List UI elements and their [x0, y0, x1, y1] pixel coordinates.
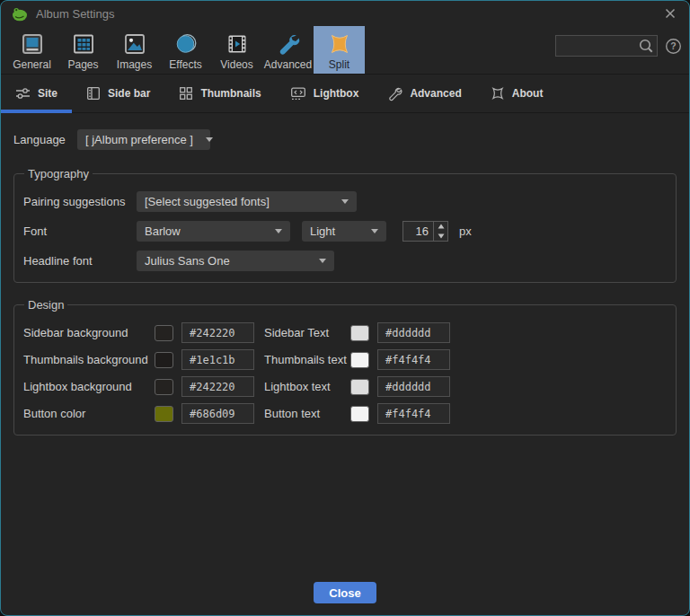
pairing-label: Pairing suggestions: [23, 195, 137, 208]
lightbox-background-label: Lightbox background: [23, 380, 155, 393]
font-weight-dropdown[interactable]: Light: [302, 221, 386, 242]
thumbnails-grid-icon: [179, 86, 193, 101]
images-icon: [122, 31, 147, 57]
sidebar-background-label: Sidebar background: [23, 326, 155, 339]
close-button[interactable]: Close: [314, 582, 376, 603]
toolbar-item-pages[interactable]: Pages: [58, 26, 109, 74]
search-box[interactable]: [555, 35, 658, 57]
design-row-button: Button color #686d09 Button text #f4f4f4: [23, 403, 667, 424]
dialog-footer: Close: [1, 582, 689, 603]
font-family-value: Barlow: [145, 224, 181, 238]
skin-tabbar: Site Side bar: [1, 75, 689, 113]
font-size-unit: px: [459, 224, 472, 238]
sliders-icon: [15, 86, 31, 101]
design-row-lightbox: Lightbox background #242220 Lightbox tex…: [23, 376, 667, 397]
skin-leather-icon: [327, 31, 352, 57]
toolbar-item-images[interactable]: Images: [109, 26, 160, 74]
lightbox-background-swatch[interactable]: [155, 379, 173, 395]
lightbox-background-hex[interactable]: #242220: [181, 376, 254, 397]
button-color-label: Button color: [23, 407, 155, 420]
help-icon[interactable]: ?: [665, 38, 682, 55]
toolbar-item-advanced[interactable]: Advanced: [262, 26, 314, 74]
design-group: Design Sidebar background #242220 Sideba…: [13, 298, 677, 436]
tab-advanced[interactable]: Advanced: [373, 75, 475, 112]
search-zone: ?: [555, 35, 682, 57]
chevron-down-icon: [275, 229, 282, 233]
font-family-dropdown[interactable]: Barlow: [137, 221, 290, 242]
toolbar-item-general[interactable]: General: [6, 26, 58, 74]
lightbox-text-hex[interactable]: #dddddd: [377, 376, 450, 397]
site-settings-panel: Language [ jAlbum preference ] Typograph…: [1, 113, 689, 615]
leather-outline-icon: [491, 86, 505, 101]
toolbar-label: General: [13, 58, 51, 71]
wrench-icon: [276, 31, 301, 57]
headline-font-dropdown[interactable]: Julius Sans One: [137, 251, 334, 271]
effects-icon: [173, 31, 199, 57]
sidebar-text-label: Sidebar Text: [264, 326, 350, 339]
lightbox-text-label: Lightbox text: [264, 380, 350, 393]
stepper-down-icon[interactable]: [434, 232, 447, 242]
thumbnails-text-hex[interactable]: #f4f4f4: [377, 349, 450, 370]
thumbnails-background-hex[interactable]: #1e1c1b: [181, 349, 254, 370]
pairing-dropdown[interactable]: [Select suggested fonts]: [137, 191, 357, 212]
language-value: [ jAlbum preference ]: [85, 133, 193, 146]
tab-label: Advanced: [410, 87, 461, 100]
thumbnails-background-label: Thumbnails background: [23, 353, 155, 366]
lightbox-text-swatch[interactable]: [350, 379, 369, 395]
titlebar: Album Settings: [1, 1, 689, 26]
chevron-down-icon: [371, 229, 378, 233]
button-text-swatch[interactable]: [350, 406, 369, 422]
language-dropdown[interactable]: [ jAlbum preference ]: [77, 129, 210, 150]
sidebar-text-hex[interactable]: #dddddd: [377, 322, 450, 343]
tab-label: Site: [38, 87, 58, 100]
pages-icon: [71, 31, 96, 57]
toolbar-label: Split: [329, 58, 349, 71]
close-window-icon[interactable]: [662, 5, 678, 22]
stepper-buttons[interactable]: [433, 222, 447, 241]
tab-site[interactable]: Site: [1, 75, 72, 112]
wrench-outline-icon: [387, 86, 402, 101]
pairing-row: Pairing suggestions [Select suggested fo…: [23, 191, 667, 212]
toolbar-label: Pages: [67, 58, 98, 71]
font-size-stepper[interactable]: 16: [402, 221, 448, 242]
thumbnails-background-swatch[interactable]: [155, 352, 173, 368]
lightbox-icon: [290, 86, 306, 101]
stepper-up-icon[interactable]: [434, 222, 447, 232]
toolbar-item-split[interactable]: Split: [314, 26, 365, 74]
main-toolbar: General Pages: [1, 26, 689, 75]
button-color-hex[interactable]: #686d09: [181, 403, 254, 424]
font-weight-value: Light: [310, 224, 335, 238]
search-input[interactable]: [556, 40, 638, 52]
headline-font-value: Julius Sans One: [145, 254, 230, 268]
design-row-thumbnails: Thumbnails background #1e1c1b Thumbnails…: [23, 349, 667, 370]
chevron-down-icon: [206, 137, 213, 142]
tab-about[interactable]: About: [476, 75, 558, 112]
button-text-hex[interactable]: #f4f4f4: [377, 403, 450, 424]
tab-label: Thumbnails: [200, 87, 261, 100]
videos-icon: [225, 31, 250, 57]
tab-side-bar[interactable]: Side bar: [72, 75, 164, 112]
general-icon: [20, 31, 45, 57]
design-row-sidebar: Sidebar background #242220 Sidebar Text …: [23, 322, 667, 343]
thumbnails-text-label: Thumbnails text: [264, 353, 350, 366]
toolbar-item-effects[interactable]: Effects: [160, 26, 211, 74]
font-label: Font: [23, 224, 137, 238]
sidebar-background-hex[interactable]: #242220: [181, 322, 254, 343]
toolbar-label: Images: [117, 58, 152, 71]
language-label: Language: [13, 133, 77, 146]
button-color-swatch[interactable]: [155, 406, 173, 422]
tab-label: About: [512, 87, 544, 100]
jalbum-logo-icon: [12, 6, 28, 22]
tab-label: Lightbox: [314, 87, 359, 100]
design-legend: Design: [24, 298, 67, 312]
sidebar-text-swatch[interactable]: [350, 325, 369, 341]
sidebar-icon: [86, 86, 101, 101]
tab-lightbox[interactable]: Lightbox: [276, 75, 374, 112]
sidebar-background-swatch[interactable]: [155, 325, 173, 341]
tab-thumbnails[interactable]: Thumbnails: [164, 75, 275, 112]
font-row: Font Barlow Light 16: [23, 221, 667, 242]
headline-font-row: Headline font Julius Sans One: [23, 251, 667, 271]
thumbnails-text-swatch[interactable]: [350, 352, 369, 368]
typography-legend: Typography: [24, 167, 93, 180]
toolbar-item-videos[interactable]: Videos: [211, 26, 262, 74]
